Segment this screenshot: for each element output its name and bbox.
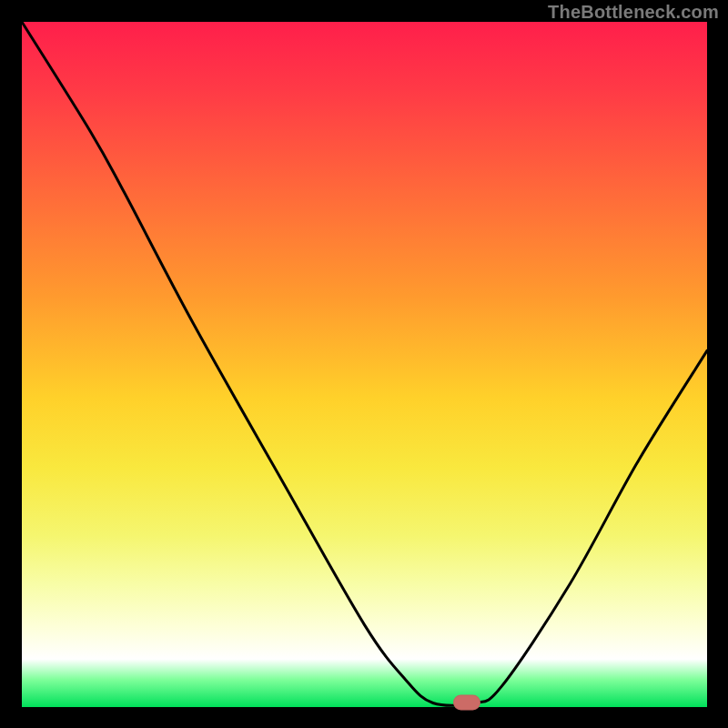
watermark-label: TheBottleneck.com: [548, 2, 719, 23]
optimal-marker: [453, 695, 480, 711]
curve-path: [22, 22, 707, 705]
chart-frame: TheBottleneck.com: [0, 0, 728, 728]
plot-area: [22, 22, 707, 707]
bottleneck-curve: [22, 22, 707, 707]
